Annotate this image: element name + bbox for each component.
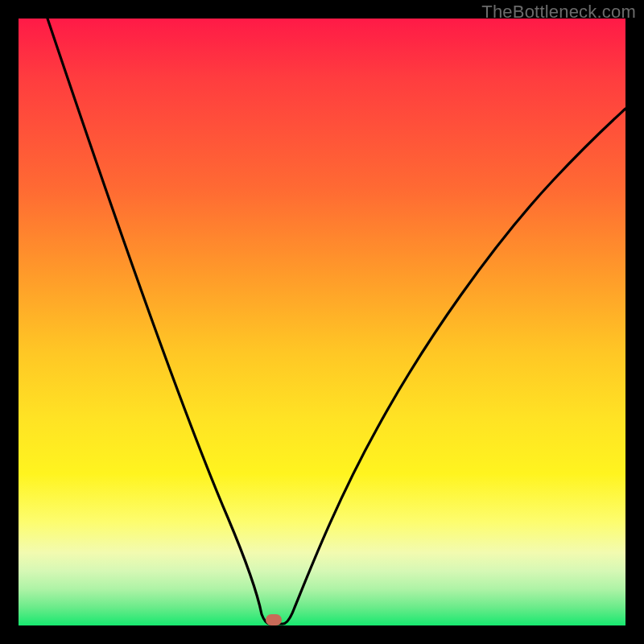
optimal-marker: [266, 614, 282, 625]
plot-area: [19, 19, 625, 625]
bottleneck-curve: [19, 19, 625, 625]
watermark-text: TheBottleneck.com: [481, 2, 636, 23]
chart-frame: TheBottleneck.com: [0, 0, 644, 644]
curve-path: [47, 19, 625, 624]
